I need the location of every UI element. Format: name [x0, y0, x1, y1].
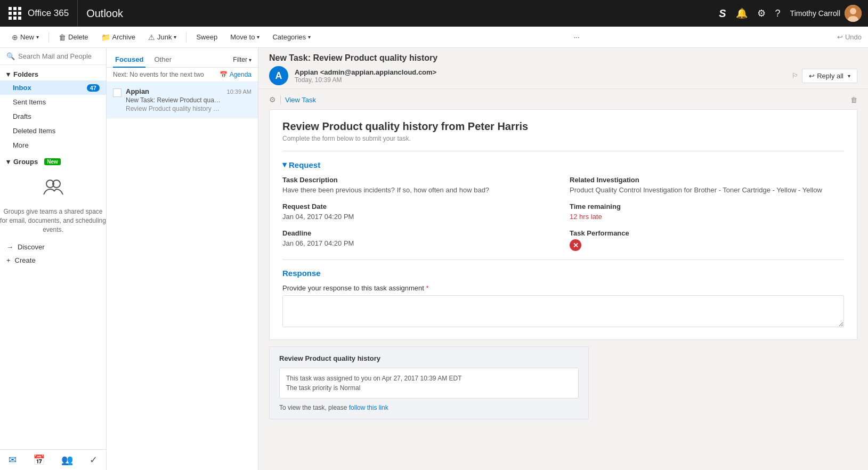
task-info-body-line2: The task priority is Normal — [286, 383, 572, 393]
deleted-label: Deleted Items — [13, 127, 55, 135]
junk-button[interactable]: ⚠ Junk ▾ — [143, 31, 182, 44]
delete-email-icon[interactable]: 🗑 — [850, 96, 857, 104]
people-nav-icon[interactable]: 👥 — [61, 454, 73, 466]
folders-header[interactable]: ▾ Folders — [0, 65, 106, 80]
task-subtitle: Complete the form below to submit your t… — [282, 135, 844, 142]
more-label: More — [13, 141, 29, 149]
email-checkbox[interactable] — [113, 88, 121, 97]
new-button[interactable]: ⊕ New ▾ — [6, 31, 44, 44]
tasks-nav-icon[interactable]: ✓ — [90, 454, 98, 466]
create-link[interactable]: + Create — [0, 254, 106, 267]
discover-link[interactable]: → Discover — [0, 240, 106, 254]
toolbar: ⊕ New ▾ 🗑 Delete 📁 Archive ⚠ Junk ▾ Swee… — [0, 27, 868, 48]
inbox-badge: 47 — [87, 84, 100, 92]
task-performance-icon: ✕ — [570, 239, 581, 251]
more-label: ··· — [574, 33, 580, 41]
top-bar: Office 365 Outlook S 🔔 ⚙ ? Timothy Carro… — [0, 0, 868, 27]
archive-button[interactable]: 📁 Archive — [96, 31, 141, 44]
gear-icon[interactable]: ⚙ — [757, 7, 766, 19]
user-menu[interactable]: Timothy Carroll — [790, 5, 862, 22]
new-icon: ⊕ — [12, 33, 18, 42]
task-card: Review Product quality history from Pete… — [269, 109, 857, 340]
field-task-description: Task Description Have there been previou… — [282, 176, 557, 194]
groups-header[interactable]: ▾ Groups New — [0, 152, 106, 168]
task-description-value: Have there been previous incidents? If s… — [282, 186, 557, 194]
sweep-button[interactable]: Sweep — [191, 31, 223, 43]
toolbar-separator-2 — [186, 32, 186, 43]
sidebar-item-inbox[interactable]: Inbox 47 — [0, 80, 106, 95]
top-bar-icons: S 🔔 ⚙ ? Timothy Carroll — [719, 5, 862, 22]
tab-other[interactable]: Other — [152, 52, 174, 68]
task-link-icon: ⚙ — [269, 95, 276, 104]
calendar-nav-icon[interactable]: 📅 — [33, 454, 45, 466]
sender-initials: A — [275, 70, 282, 82]
response-textarea[interactable] — [282, 295, 844, 327]
folders-label: Folders — [13, 70, 38, 78]
sent-label: Sent Items — [13, 98, 46, 106]
task-link-separator — [280, 95, 281, 104]
delete-button[interactable]: 🗑 Delete — [53, 31, 94, 44]
sidebar-item-more[interactable]: More — [0, 138, 106, 152]
waffle-menu-button[interactable] — [6, 5, 23, 22]
required-star: * — [426, 284, 429, 292]
junk-dropdown-icon[interactable]: ▾ — [174, 34, 176, 40]
create-plus-icon: + — [6, 256, 11, 264]
follow-link[interactable]: follow this link — [349, 404, 388, 411]
email-list-item[interactable]: Appian 10:39 AM New Task: Review Product… — [107, 82, 258, 118]
search-icon: 🔍 — [6, 52, 15, 60]
field-related-investigation: Related Investigation Product Quality Co… — [570, 176, 844, 194]
categories-dropdown-icon[interactable]: ▾ — [308, 34, 311, 40]
fields-grid: Task Description Have there been previou… — [282, 176, 844, 251]
response-section-label: Response — [282, 269, 321, 278]
related-investigation-label: Related Investigation — [570, 176, 844, 184]
svg-point-1 — [850, 8, 856, 14]
response-section-header: Response — [282, 269, 844, 278]
email-preview: Review Product quality history This task… — [126, 105, 222, 112]
task-info-title: Review Product quality history — [279, 354, 579, 362]
undo-button[interactable]: ↩ Undo — [837, 33, 862, 41]
task-info-footer: To view the task, please follow this lin… — [279, 404, 579, 411]
task-info-body: This task was assigned to you on Apr 27,… — [279, 368, 579, 399]
sidebar-item-deleted[interactable]: Deleted Items — [0, 124, 106, 138]
flag-icon[interactable]: 🏳 — [791, 71, 799, 80]
filter-button[interactable]: Filter ▾ — [233, 56, 252, 63]
more-button[interactable]: ··· — [569, 31, 585, 43]
mail-nav-icon[interactable]: ✉ — [9, 454, 17, 466]
task-performance-value: ✕ — [570, 239, 844, 251]
groups-people-icon — [40, 174, 66, 204]
field-time-remaining: Time remaining 12 hrs late — [570, 202, 844, 221]
reply-all-dropdown-icon[interactable]: ▾ — [848, 73, 850, 79]
help-icon[interactable]: ? — [775, 8, 781, 19]
sidebar-item-sent[interactable]: Sent Items — [0, 95, 106, 109]
view-task-link[interactable]: View Task — [285, 96, 316, 104]
sidebar-item-drafts[interactable]: Drafts — [0, 109, 106, 124]
new-label: New — [20, 33, 34, 41]
sender-info: Appian <admin@appian.appiancloud.com> To… — [295, 68, 791, 84]
toolbar-separator-1 — [48, 32, 49, 43]
user-name: Timothy Carroll — [790, 9, 840, 18]
search-bar: 🔍 — [0, 48, 106, 65]
reply-all-button[interactable]: ↩ Reply all ▾ — [802, 69, 857, 83]
sender-time: Today, 10:39 AM — [295, 76, 791, 84]
email-subject: New Task: Review Product quality his — [126, 96, 222, 104]
field-request-date: Request Date Jan 04, 2017 04:20 PM — [282, 202, 557, 221]
sidebar: 🔍 ▾ Folders Inbox 47 Sent Items Drafts D… — [0, 48, 107, 470]
groups-chevron-icon: ▾ — [6, 158, 10, 166]
reading-actions: 🏳 ↩ Reply all ▾ — [791, 69, 857, 83]
related-investigation-value: Product Quality Control Investigation fo… — [570, 186, 844, 194]
bell-icon[interactable]: 🔔 — [736, 7, 748, 19]
sweep-label: Sweep — [196, 33, 217, 41]
agenda-button[interactable]: 📅 Agenda — [220, 71, 252, 78]
search-input[interactable] — [18, 52, 107, 60]
main-layout: 🔍 ▾ Folders Inbox 47 Sent Items Drafts D… — [0, 48, 868, 470]
categories-button[interactable]: Categories ▾ — [267, 31, 316, 43]
move-label: Move to — [230, 33, 255, 41]
move-button[interactable]: Move to ▾ — [225, 31, 265, 43]
reply-all-label: Reply all — [817, 72, 843, 80]
skype-icon[interactable]: S — [719, 7, 726, 20]
move-dropdown-icon[interactable]: ▾ — [257, 34, 259, 40]
tab-focused[interactable]: Focused — [113, 52, 145, 68]
undo-icon: ↩ — [837, 33, 843, 41]
new-dropdown-icon[interactable]: ▾ — [36, 34, 39, 40]
folders-chevron-icon: ▾ — [6, 70, 10, 78]
